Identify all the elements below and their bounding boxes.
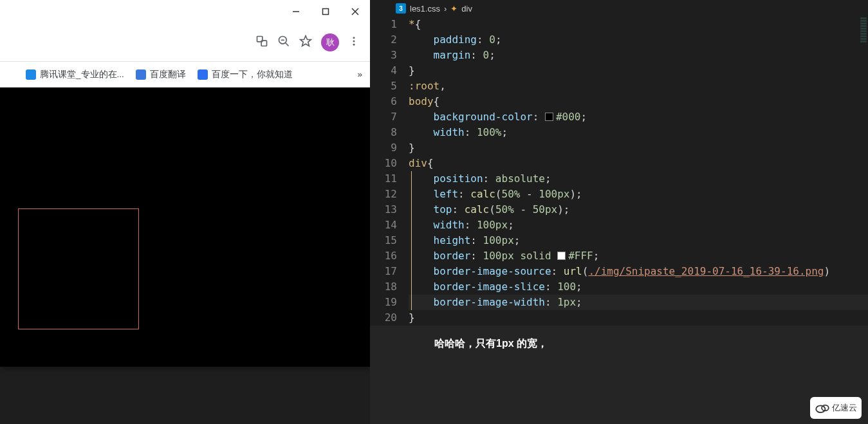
code-line[interactable]: border-image-slice: 100; (409, 279, 868, 295)
code-line[interactable]: background-color: #000; (409, 109, 868, 125)
minimap[interactable] (859, 17, 868, 68)
svg-point-10 (353, 37, 355, 39)
close-button[interactable] (340, 0, 370, 23)
bookmark-item[interactable]: 百度一下，你就知道 (198, 69, 293, 80)
bookmark-item[interactable]: 腾讯课堂_专业的在... (26, 69, 124, 80)
translate-icon[interactable] (255, 35, 268, 50)
code-line[interactable]: position: absolute; (409, 171, 868, 187)
code-line[interactable]: padding: 0; (409, 32, 868, 48)
code-line[interactable]: top: calc(50% - 50px); (409, 202, 868, 217)
code-editor[interactable]: 1234567891011121314151617181920 *{ paddi… (370, 17, 868, 326)
line-gutter: 1234567891011121314151617181920 (370, 17, 409, 326)
breadcrumb-file: les1.css (410, 4, 440, 14)
bookmarks-overflow[interactable]: » (357, 69, 362, 79)
code-line[interactable]: border-image-width: 1px; (409, 295, 868, 310)
code-line[interactable]: margin: 0; (409, 48, 868, 63)
window-titlebar (0, 0, 370, 23)
bookmark-item[interactable]: 百度翻译 (136, 69, 186, 80)
code-line[interactable]: :root, (409, 78, 868, 94)
svg-rect-1 (323, 9, 329, 15)
breadcrumb[interactable]: 3 les1.css › ✦ div (370, 0, 868, 17)
code-line[interactable]: *{ (409, 17, 868, 32)
selector-icon: ✦ (450, 4, 457, 14)
watermark-text: 亿速云 (832, 402, 857, 414)
code-line[interactable]: height: 100px; (409, 233, 868, 248)
bookmark-label: 百度一下，你就知道 (212, 69, 293, 80)
profile-avatar[interactable]: 耿 (321, 33, 339, 51)
color-swatch[interactable] (545, 113, 553, 121)
minimize-button[interactable] (281, 0, 311, 23)
code-line[interactable]: } (409, 63, 868, 78)
breadcrumb-separator: › (444, 4, 447, 14)
svg-point-12 (353, 44, 355, 46)
breadcrumb-selector: div (461, 4, 472, 14)
code-line[interactable]: } (409, 310, 868, 326)
css-file-icon: 3 (396, 3, 406, 14)
maximize-button[interactable] (311, 0, 340, 23)
bookmark-icon (198, 69, 208, 80)
svg-point-11 (353, 41, 355, 42)
code-line[interactable]: width: 100px; (409, 217, 868, 233)
browser-window: 耿 腾讯课堂_专业的在...百度翻译百度一下，你就知道» (0, 0, 370, 367)
bookmark-label: 百度翻译 (150, 69, 186, 80)
bookmark-label: 腾讯课堂_专业的在... (40, 69, 124, 80)
browser-toolbar: 耿 (0, 23, 370, 62)
bookmark-icon (136, 69, 146, 80)
watermark: 亿速云 (810, 397, 862, 419)
code-line[interactable]: body{ (409, 94, 868, 109)
code-line[interactable]: div{ (409, 156, 868, 171)
left-panel: 耿 腾讯课堂_专业的在...百度翻译百度一下，你就知道» (0, 0, 370, 424)
page-content (0, 88, 370, 367)
code-line[interactable]: } (409, 140, 868, 156)
bookmarks-bar: 腾讯课堂_专业的在...百度翻译百度一下，你就知道» (0, 62, 370, 88)
code-line[interactable]: left: calc(50% - 100px); (409, 187, 868, 202)
rendered-div (18, 208, 139, 329)
svg-line-7 (286, 43, 289, 46)
svg-point-13 (816, 405, 825, 412)
zoom-out-icon[interactable] (277, 35, 290, 50)
editor-panel: 3 les1.css › ✦ div 123456789101112131415… (370, 0, 868, 424)
star-icon[interactable] (299, 35, 312, 50)
menu-dots-icon[interactable] (348, 35, 360, 49)
annotation-text: 哈哈哈，只有1px 的宽， (434, 337, 548, 351)
code-line[interactable]: border: 100px solid #FFF; (409, 248, 868, 264)
code-area[interactable]: *{ padding: 0; margin: 0;}:root,body{ ba… (409, 17, 868, 326)
bookmark-icon (26, 69, 36, 80)
code-line[interactable]: border-image-source: url(./img/Snipaste_… (409, 264, 868, 279)
svg-marker-9 (300, 36, 311, 46)
color-swatch[interactable] (557, 252, 566, 260)
code-line[interactable]: width: 100%; (409, 125, 868, 140)
